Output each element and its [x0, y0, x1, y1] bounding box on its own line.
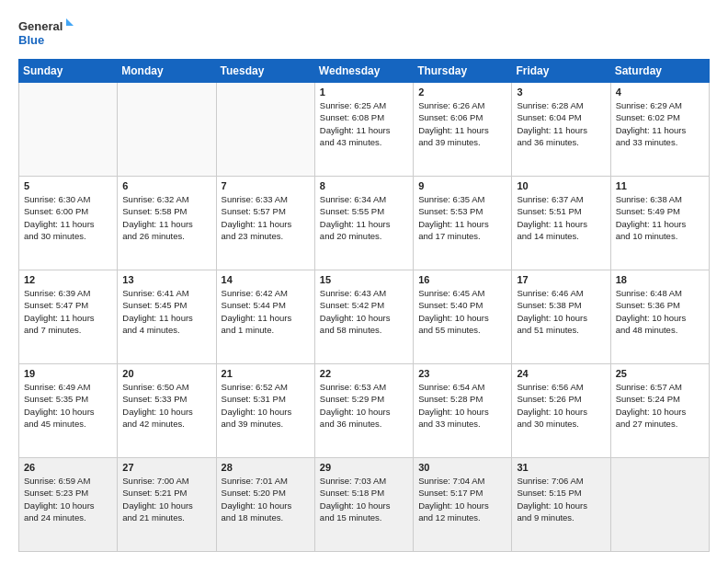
cell-info: Sunrise: 6:48 AM Sunset: 5:36 PM Dayligh…	[616, 287, 704, 336]
calendar-cell: 28Sunrise: 7:01 AM Sunset: 5:20 PM Dayli…	[216, 458, 314, 552]
cell-info: Sunrise: 6:32 AM Sunset: 5:58 PM Dayligh…	[122, 193, 210, 242]
day-number: 26	[24, 462, 112, 473]
calendar-cell: 16Sunrise: 6:45 AM Sunset: 5:40 PM Dayli…	[414, 270, 512, 364]
day-number: 24	[517, 368, 605, 379]
day-number: 27	[122, 462, 210, 473]
calendar-cell: 1Sunrise: 6:25 AM Sunset: 6:08 PM Daylig…	[314, 83, 413, 177]
calendar-cell: 13Sunrise: 6:41 AM Sunset: 5:45 PM Dayli…	[118, 270, 216, 364]
calendar-cell: 10Sunrise: 6:37 AM Sunset: 5:51 PM Dayli…	[512, 177, 610, 270]
day-number: 30	[418, 462, 506, 473]
cell-info: Sunrise: 6:45 AM Sunset: 5:40 PM Dayligh…	[418, 287, 506, 336]
day-number: 20	[122, 368, 210, 379]
day-number: 25	[616, 368, 704, 379]
calendar-cell: 23Sunrise: 6:54 AM Sunset: 5:28 PM Dayli…	[414, 364, 512, 458]
calendar-week-row: 5Sunrise: 6:30 AM Sunset: 6:00 PM Daylig…	[19, 177, 710, 270]
cell-info: Sunrise: 6:54 AM Sunset: 5:28 PM Dayligh…	[418, 381, 506, 430]
calendar-cell: 22Sunrise: 6:53 AM Sunset: 5:29 PM Dayli…	[314, 364, 413, 458]
calendar-cell	[610, 458, 709, 552]
day-number: 17	[517, 274, 605, 285]
cell-info: Sunrise: 6:56 AM Sunset: 5:26 PM Dayligh…	[517, 381, 605, 430]
cell-info: Sunrise: 7:01 AM Sunset: 5:20 PM Dayligh…	[222, 475, 310, 523]
calendar-weekday-header: Monday	[118, 60, 216, 83]
cell-info: Sunrise: 7:06 AM Sunset: 5:15 PM Dayligh…	[517, 475, 605, 523]
calendar-cell: 6Sunrise: 6:32 AM Sunset: 5:58 PM Daylig…	[118, 177, 216, 270]
calendar-cell: 2Sunrise: 6:26 AM Sunset: 6:06 PM Daylig…	[414, 83, 512, 177]
calendar-cell: 15Sunrise: 6:43 AM Sunset: 5:42 PM Dayli…	[314, 270, 413, 364]
cell-info: Sunrise: 7:00 AM Sunset: 5:21 PM Dayligh…	[122, 475, 210, 523]
day-number: 21	[222, 368, 310, 379]
day-number: 8	[320, 180, 408, 191]
calendar-cell: 17Sunrise: 6:46 AM Sunset: 5:38 PM Dayli…	[512, 270, 610, 364]
cell-info: Sunrise: 6:49 AM Sunset: 5:35 PM Dayligh…	[24, 381, 112, 430]
day-number: 1	[320, 86, 408, 98]
calendar-cell: 9Sunrise: 6:35 AM Sunset: 5:53 PM Daylig…	[414, 177, 512, 270]
cell-info: Sunrise: 6:39 AM Sunset: 5:47 PM Dayligh…	[24, 287, 112, 336]
calendar-week-row: 19Sunrise: 6:49 AM Sunset: 5:35 PM Dayli…	[19, 364, 710, 458]
calendar-weekday-header: Tuesday	[216, 60, 314, 83]
day-number: 18	[616, 274, 704, 285]
cell-info: Sunrise: 6:25 AM Sunset: 6:08 PM Dayligh…	[320, 99, 408, 148]
calendar-cell: 7Sunrise: 6:33 AM Sunset: 5:57 PM Daylig…	[216, 177, 314, 270]
svg-marker-2	[66, 18, 74, 26]
calendar-cell	[19, 83, 118, 177]
calendar-cell	[118, 83, 216, 177]
calendar-cell: 14Sunrise: 6:42 AM Sunset: 5:44 PM Dayli…	[216, 270, 314, 364]
calendar-cell: 18Sunrise: 6:48 AM Sunset: 5:36 PM Dayli…	[610, 270, 709, 364]
day-number: 31	[517, 462, 605, 473]
cell-info: Sunrise: 6:41 AM Sunset: 5:45 PM Dayligh…	[122, 287, 210, 336]
calendar-weekday-header: Friday	[512, 60, 610, 83]
cell-info: Sunrise: 6:28 AM Sunset: 6:04 PM Dayligh…	[517, 99, 605, 148]
cell-info: Sunrise: 6:38 AM Sunset: 5:49 PM Dayligh…	[616, 193, 704, 242]
cell-info: Sunrise: 7:04 AM Sunset: 5:17 PM Dayligh…	[418, 475, 506, 523]
cell-info: Sunrise: 6:52 AM Sunset: 5:31 PM Dayligh…	[222, 381, 310, 430]
calendar-week-row: 26Sunrise: 6:59 AM Sunset: 5:23 PM Dayli…	[19, 458, 710, 552]
day-number: 9	[418, 180, 506, 191]
day-number: 28	[222, 462, 310, 473]
calendar-weekday-header: Sunday	[19, 60, 118, 83]
day-number: 22	[320, 368, 408, 379]
cell-info: Sunrise: 6:59 AM Sunset: 5:23 PM Dayligh…	[24, 475, 112, 523]
calendar-cell: 20Sunrise: 6:50 AM Sunset: 5:33 PM Dayli…	[118, 364, 216, 458]
calendar-cell: 11Sunrise: 6:38 AM Sunset: 5:49 PM Dayli…	[610, 177, 709, 270]
calendar-weekday-header: Thursday	[414, 60, 512, 83]
cell-info: Sunrise: 6:35 AM Sunset: 5:53 PM Dayligh…	[418, 193, 506, 242]
cell-info: Sunrise: 6:42 AM Sunset: 5:44 PM Dayligh…	[222, 287, 310, 336]
day-number: 16	[418, 274, 506, 285]
cell-info: Sunrise: 6:26 AM Sunset: 6:06 PM Dayligh…	[418, 99, 506, 148]
calendar-cell: 3Sunrise: 6:28 AM Sunset: 6:04 PM Daylig…	[512, 83, 610, 177]
cell-info: Sunrise: 6:34 AM Sunset: 5:55 PM Dayligh…	[320, 193, 408, 242]
svg-text:Blue: Blue	[18, 33, 44, 47]
calendar-cell: 12Sunrise: 6:39 AM Sunset: 5:47 PM Dayli…	[19, 270, 118, 364]
cell-info: Sunrise: 6:53 AM Sunset: 5:29 PM Dayligh…	[320, 381, 408, 430]
day-number: 23	[418, 368, 506, 379]
day-number: 15	[320, 274, 408, 285]
calendar-cell: 19Sunrise: 6:49 AM Sunset: 5:35 PM Dayli…	[19, 364, 118, 458]
calendar-weekday-header: Saturday	[610, 60, 709, 83]
top-section: General Blue	[18, 17, 710, 50]
cell-info: Sunrise: 6:50 AM Sunset: 5:33 PM Dayligh…	[122, 381, 210, 430]
calendar-cell: 31Sunrise: 7:06 AM Sunset: 5:15 PM Dayli…	[512, 458, 610, 552]
cell-info: Sunrise: 6:30 AM Sunset: 6:00 PM Dayligh…	[24, 193, 112, 242]
cell-info: Sunrise: 7:03 AM Sunset: 5:18 PM Dayligh…	[320, 475, 408, 523]
logo: General Blue	[18, 17, 74, 50]
cell-info: Sunrise: 6:57 AM Sunset: 5:24 PM Dayligh…	[616, 381, 704, 430]
day-number: 13	[122, 274, 210, 285]
day-number: 7	[222, 180, 310, 191]
day-number: 29	[320, 462, 408, 473]
calendar-cell: 5Sunrise: 6:30 AM Sunset: 6:00 PM Daylig…	[19, 177, 118, 270]
cell-info: Sunrise: 6:33 AM Sunset: 5:57 PM Dayligh…	[222, 193, 310, 242]
calendar-header-row: SundayMondayTuesdayWednesdayThursdayFrid…	[19, 60, 710, 83]
day-number: 19	[24, 368, 112, 379]
calendar-cell: 25Sunrise: 6:57 AM Sunset: 5:24 PM Dayli…	[610, 364, 709, 458]
calendar-cell: 8Sunrise: 6:34 AM Sunset: 5:55 PM Daylig…	[314, 177, 413, 270]
calendar-cell: 24Sunrise: 6:56 AM Sunset: 5:26 PM Dayli…	[512, 364, 610, 458]
day-number: 5	[24, 180, 112, 191]
cell-info: Sunrise: 6:37 AM Sunset: 5:51 PM Dayligh…	[517, 193, 605, 242]
page: General Blue SundayMondayTuesdayWednesda…	[0, 0, 728, 563]
calendar-cell: 4Sunrise: 6:29 AM Sunset: 6:02 PM Daylig…	[610, 83, 709, 177]
calendar-week-row: 12Sunrise: 6:39 AM Sunset: 5:47 PM Dayli…	[19, 270, 710, 364]
day-number: 10	[517, 180, 605, 191]
day-number: 4	[616, 86, 704, 98]
day-number: 11	[616, 180, 704, 191]
day-number: 14	[222, 274, 310, 285]
